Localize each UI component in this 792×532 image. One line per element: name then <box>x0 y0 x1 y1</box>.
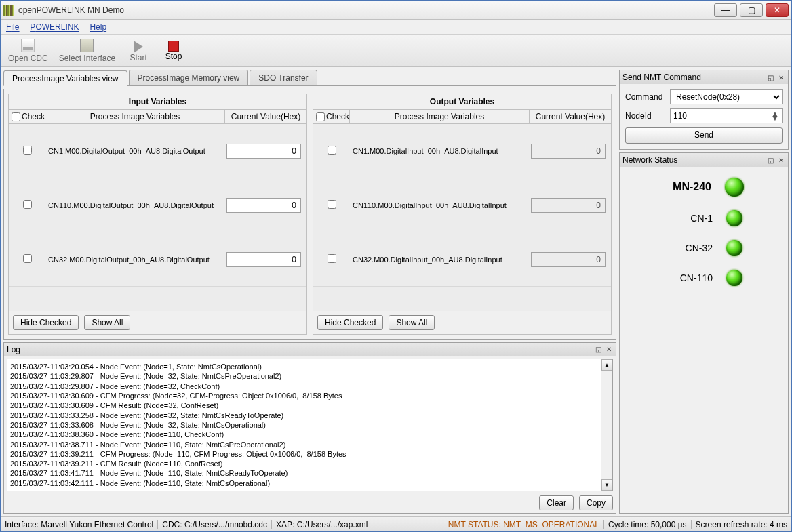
tab-strip: ProcessImage Variables view ProcessImage… <box>3 70 616 86</box>
log-copy-button[interactable]: Copy <box>579 495 613 510</box>
value-input <box>531 252 606 267</box>
maximize-button[interactable]: ▢ <box>740 3 763 17</box>
menu-help[interactable]: Help <box>90 22 106 32</box>
variable-row: CN1.M00.DigitalOutput_00h_AU8.DigitalOut… <box>9 124 306 178</box>
input-variables-title: Input Variables <box>9 94 306 110</box>
input-check-all[interactable] <box>12 112 20 121</box>
tab-memory[interactable]: ProcessImage Memory view <box>129 70 249 85</box>
restore-icon[interactable]: ◱ <box>766 156 774 164</box>
row-checkbox[interactable] <box>23 254 32 263</box>
log-scrollbar[interactable]: ▲ ▼ <box>601 359 612 491</box>
start-button[interactable]: Start <box>121 36 155 66</box>
output-variables-panel: Output Variables Check Process Image Var… <box>313 94 612 335</box>
value-header-label: Current Value(Hex) <box>225 110 306 123</box>
input-hide-checked-button[interactable]: Hide Checked <box>13 315 79 330</box>
command-label: Command <box>625 92 666 102</box>
variable-name: CN32.M00.DigitalInput_00h_AU8.DigitalInp… <box>350 255 531 264</box>
close-icon[interactable]: ✕ <box>777 156 785 164</box>
row-checkbox[interactable] <box>328 146 336 155</box>
variable-row: CN1.M00.DigitalInput_00h_AU8.DigitalInpu… <box>313 124 611 178</box>
node-label: CN-110 <box>665 272 713 283</box>
status-refresh: Screen refresh rate: 4 ms <box>696 520 787 529</box>
select-interface-label: Select Interface <box>59 54 115 63</box>
open-cdc-label: Open CDC <box>8 54 48 63</box>
menubar: File POWERLINK Help <box>1 20 791 35</box>
restore-icon[interactable]: ◱ <box>594 346 602 354</box>
variable-name: CN110.M00.DigitalInput_00h_AU8.DigitalIn… <box>350 201 531 209</box>
value-input <box>531 198 606 213</box>
nmt-title: Send NMT Command <box>622 73 701 82</box>
value-input[interactable] <box>226 144 301 159</box>
row-checkbox[interactable] <box>23 146 32 155</box>
status-led-icon <box>726 240 742 256</box>
app-window: openPOWERLINK MN Demo — ▢ ✕ File POWERLI… <box>0 0 792 532</box>
value-header-label-2: Current Value(Hex) <box>530 110 611 123</box>
input-show-all-button[interactable]: Show All <box>84 315 130 330</box>
row-checkbox[interactable] <box>328 254 336 263</box>
mn-label: MN-240 <box>664 181 711 193</box>
log-dock-title: Log ◱ ✕ <box>4 343 616 356</box>
select-interface-button[interactable]: Select Interface <box>54 36 120 66</box>
scroll-down-icon[interactable]: ▼ <box>601 479 612 491</box>
restore-icon[interactable]: ◱ <box>766 73 774 81</box>
variables-container: Input Variables Check Process Image Vari… <box>3 89 616 340</box>
interface-icon <box>80 39 94 52</box>
status-cdc: CDC: C:/Users/.../mnobd.cdc <box>162 520 267 529</box>
network-status-title: Network Status <box>622 155 677 165</box>
output-check-all[interactable] <box>316 112 325 121</box>
value-input[interactable] <box>226 198 301 213</box>
send-button[interactable]: Send <box>625 127 783 144</box>
nodeid-spinbox[interactable]: 110 ▲▼ <box>670 108 783 123</box>
check-header-label: Check <box>22 112 45 121</box>
tab-sdo[interactable]: SDO Transfer <box>250 70 317 85</box>
log-text: 2015/03/27-11:03:20.054 - Node Event: (N… <box>7 359 601 491</box>
close-button[interactable]: ✕ <box>766 3 789 17</box>
name-header-label-2: Process Image Variables <box>350 110 530 123</box>
chevron-down-icon[interactable]: ▼ <box>771 116 779 120</box>
menu-file[interactable]: File <box>6 22 19 32</box>
row-checkbox[interactable] <box>23 200 32 209</box>
network-status-dock: Network Status ◱ ✕ MN-240CN-1CN-32CN-110 <box>619 152 789 514</box>
check-header-label-2: Check <box>326 112 349 121</box>
scroll-up-icon[interactable]: ▲ <box>601 359 612 371</box>
output-show-all-button[interactable]: Show All <box>389 315 435 330</box>
variable-name: CN1.M00.DigitalOutput_00h_AU8.DigitalOut… <box>45 147 226 155</box>
command-select[interactable]: ResetNode(0x28) <box>670 89 783 104</box>
status-interface: Interface: Marvell Yukon Ethernet Contro… <box>5 520 153 529</box>
variable-row: CN32.M00.DigitalOutput_00h_AU8.DigitalOu… <box>9 232 306 287</box>
statusbar: Interface: Marvell Yukon Ethernet Contro… <box>1 516 791 531</box>
value-input[interactable] <box>226 252 301 267</box>
variable-name: CN32.M00.DigitalOutput_00h_AU8.DigitalOu… <box>45 255 226 264</box>
row-checkbox[interactable] <box>328 200 336 209</box>
node-label: CN-1 <box>665 213 713 224</box>
log-title-text: Log <box>7 345 20 354</box>
status-led-icon <box>725 178 744 197</box>
stop-button[interactable]: Stop <box>157 36 191 66</box>
play-icon <box>134 41 143 53</box>
output-hide-checked-button[interactable]: Hide Checked <box>317 315 383 330</box>
value-input <box>531 144 606 159</box>
variable-name: CN1.M00.DigitalInput_00h_AU8.DigitalInpu… <box>350 147 531 155</box>
log-clear-button[interactable]: Clear <box>539 495 574 510</box>
minimize-button[interactable]: — <box>714 3 737 17</box>
tab-variables[interactable]: ProcessImage Variables view <box>3 70 127 86</box>
name-header-label: Process Image Variables <box>45 110 225 123</box>
close-icon[interactable]: ✕ <box>605 346 613 354</box>
status-cycle: Cycle time: 50,000 µs <box>608 520 687 529</box>
menu-powerlink[interactable]: POWERLINK <box>30 22 79 32</box>
nmt-command-dock: Send NMT Command ◱ ✕ Command ResetNode(0… <box>619 70 789 150</box>
variable-name: CN110.M00.DigitalOutput_00h_AU8.DigitalO… <box>45 201 226 209</box>
variable-row: CN32.M00.DigitalInput_00h_AU8.DigitalInp… <box>313 232 611 287</box>
nodeid-label: NodeId <box>625 111 666 121</box>
stop-icon <box>168 41 179 52</box>
close-icon[interactable]: ✕ <box>777 73 785 81</box>
variable-row: CN110.M00.DigitalOutput_00h_AU8.DigitalO… <box>9 178 306 232</box>
status-nmt: NMT STATUS: NMT_MS_OPERATIONAL <box>448 520 599 529</box>
titlebar: openPOWERLINK MN Demo — ▢ ✕ <box>1 1 791 20</box>
window-title: openPOWERLINK MN Demo <box>18 5 714 15</box>
open-cdc-button[interactable]: Open CDC <box>3 36 53 66</box>
input-variables-panel: Input Variables Check Process Image Vari… <box>8 94 307 335</box>
app-icon <box>3 5 14 16</box>
start-label: Start <box>130 53 146 62</box>
status-xap: XAP: C:/Users/.../xap.xml <box>276 520 368 529</box>
